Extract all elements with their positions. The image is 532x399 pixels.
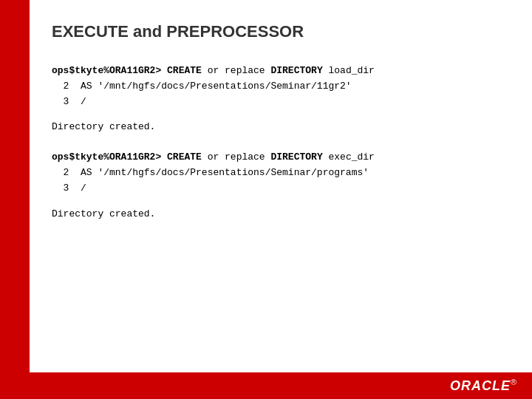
- oracle-logo: ORACLE®: [450, 378, 517, 394]
- code-block-1: ops$tkyte%ORA11GR2> CREATE or replace DI…: [52, 64, 510, 109]
- page-title: EXECUTE and PREPROCESSOR: [52, 15, 510, 41]
- status-1: Directory created.: [52, 121, 510, 132]
- status-2: Directory created.: [52, 208, 510, 219]
- oracle-trademark: ®: [511, 378, 517, 386]
- code-line-2-2: 2 AS '/mnt/hgfs/docs/Presentations/Semin…: [52, 166, 510, 181]
- code-line-1-1: ops$tkyte%ORA11GR2> CREATE or replace DI…: [52, 64, 510, 79]
- code-line-1-3: 3 /: [52, 95, 510, 110]
- code-line-1-2: 2 AS '/mnt/hgfs/docs/Presentations/Semin…: [52, 79, 510, 95]
- left-red-bar: [0, 0, 30, 399]
- code-line-2-1: ops$tkyte%ORA11GR2> CREATE or replace DI…: [52, 150, 510, 166]
- bottom-bar: ORACLE®: [0, 372, 532, 399]
- code-block-2: ops$tkyte%ORA11GR2> CREATE or replace DI…: [52, 150, 510, 196]
- main-content: EXECUTE and PREPROCESSOR ops$tkyte%ORA11…: [30, 0, 532, 372]
- code-line-2-3: 3 /: [52, 181, 510, 197]
